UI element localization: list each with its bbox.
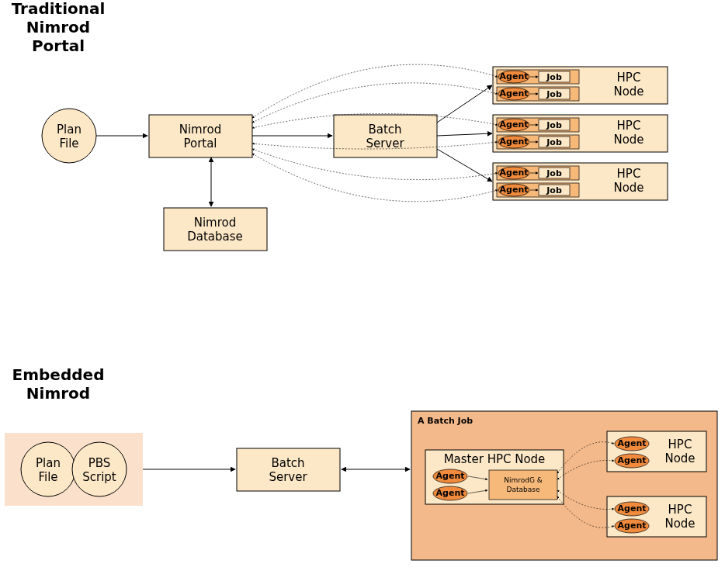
batch-job-container: A Batch Job Master HPC Node Agent Agent … <box>411 411 717 560</box>
svg-text:Node: Node <box>613 85 643 99</box>
svg-text:Job: Job <box>546 120 562 130</box>
svg-text:Job: Job <box>546 89 562 99</box>
svg-text:A Batch Job: A Batch Job <box>418 416 473 426</box>
svg-rect-74 <box>489 470 557 500</box>
svg-text:Agent: Agent <box>618 455 647 465</box>
svg-text:HPC: HPC <box>617 71 641 85</box>
plan-file-node-2: Plan File <box>21 442 75 496</box>
svg-text:Agent: Agent <box>500 119 529 130</box>
svg-text:Agent: Agent <box>500 71 529 81</box>
svg-text:Batch: Batch <box>271 456 304 470</box>
svg-text:Database: Database <box>507 486 540 493</box>
svg-text:Job: Job <box>546 185 562 195</box>
batch-server-node-2: Batch Server <box>237 448 340 491</box>
arrow-batch-hpc2 <box>437 133 492 136</box>
svg-text:PBS: PBS <box>88 456 111 470</box>
svg-text:Agent: Agent <box>500 168 529 178</box>
title-traditional-3: Portal <box>32 36 85 55</box>
arrow-batch-hpc3 <box>437 149 492 182</box>
svg-text:Node: Node <box>613 181 643 195</box>
svg-text:Agent: Agent <box>436 488 465 498</box>
plan-file-node: Plan File <box>42 109 96 163</box>
svg-text:Node: Node <box>664 517 695 531</box>
hpc-node-1: Agent Job Agent Job HPC Node <box>493 67 668 104</box>
svg-text:Agent: Agent <box>618 521 647 531</box>
title-embedded-2: Nimrod <box>26 384 90 403</box>
hpc-node-2: Agent Job Agent Job HPC Node <box>493 115 668 152</box>
svg-text:Server: Server <box>269 470 307 484</box>
svg-text:Nimrod: Nimrod <box>194 216 237 230</box>
svg-text:Batch: Batch <box>368 123 401 137</box>
batch-server-node: Batch Server <box>334 115 437 157</box>
svg-text:Node: Node <box>613 133 643 147</box>
svg-text:Script: Script <box>82 470 116 484</box>
svg-text:Master HPC Node: Master HPC Node <box>444 452 546 466</box>
svg-text:Database: Database <box>187 230 243 244</box>
svg-text:Job: Job <box>546 137 562 147</box>
svg-text:Plan: Plan <box>57 123 82 137</box>
arrow-batch-hpc1 <box>437 85 492 123</box>
title-traditional-2: Nimrod <box>26 18 90 36</box>
svg-text:Agent: Agent <box>436 471 465 481</box>
svg-text:Agent: Agent <box>500 137 529 147</box>
svg-text:Node: Node <box>664 451 695 465</box>
svg-text:HPC: HPC <box>617 167 641 181</box>
pbs-script-node: PBS Script <box>72 442 127 496</box>
svg-text:Job: Job <box>546 168 562 178</box>
svg-text:Nimrod: Nimrod <box>179 123 222 137</box>
svg-text:Agent: Agent <box>618 503 647 514</box>
svg-text:HPC: HPC <box>668 503 692 517</box>
svg-text:Portal: Portal <box>183 137 217 150</box>
title-traditional-1: Traditional <box>12 0 106 18</box>
title-embedded-1: Embedded <box>12 365 105 384</box>
nimrod-database-node: Nimrod Database <box>164 208 267 251</box>
nimrod-portal-node: Nimrod Portal <box>149 115 252 157</box>
svg-text:Job: Job <box>546 72 562 82</box>
svg-text:NimrodG &: NimrodG & <box>504 476 543 484</box>
svg-text:Agent: Agent <box>500 185 529 195</box>
hpc-node-3: Agent Job Agent Job HPC Node <box>493 163 668 200</box>
svg-text:Agent: Agent <box>618 438 647 448</box>
svg-text:HPC: HPC <box>668 438 692 451</box>
svg-text:File: File <box>38 470 57 484</box>
svg-text:File: File <box>59 137 78 150</box>
diagram-root: Traditional Nimrod Portal Plan File Nimr… <box>0 0 725 588</box>
svg-text:Plan: Plan <box>36 456 61 470</box>
svg-text:Agent: Agent <box>500 88 529 99</box>
svg-text:HPC: HPC <box>617 119 641 133</box>
